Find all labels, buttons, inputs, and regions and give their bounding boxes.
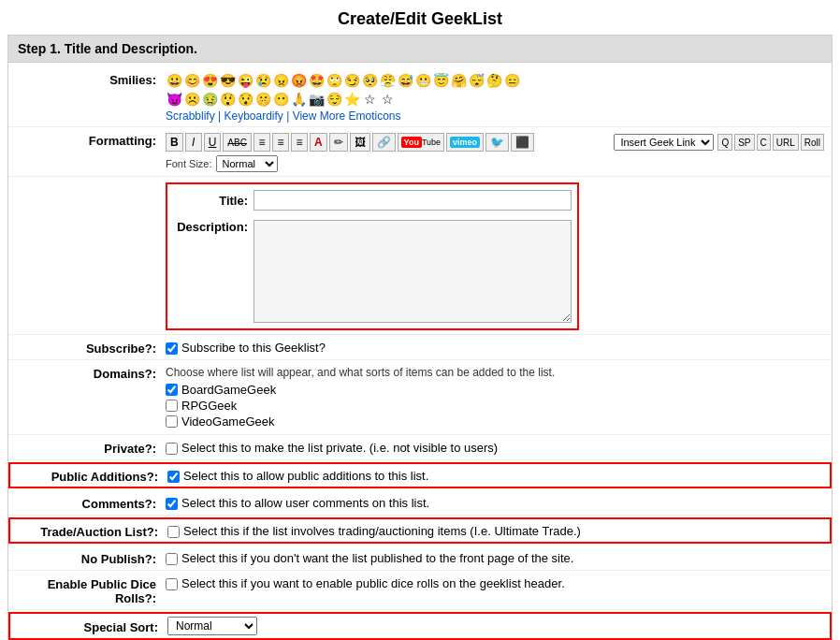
bold-button[interactable]: B: [166, 133, 183, 152]
align-left-button[interactable]: ≡: [253, 133, 270, 152]
formatting-label: Formatting:: [16, 131, 166, 148]
domain-videogamegeek-checkbox[interactable]: [166, 415, 178, 428]
quick-btn-sp[interactable]: SP: [734, 134, 754, 151]
comments-checkbox[interactable]: [166, 498, 178, 510]
comments-row: Comments?: Select this to allow user com…: [8, 490, 832, 516]
domain-boardgamegeek-checkbox[interactable]: [166, 384, 178, 396]
image-button[interactable]: 🖼: [350, 133, 370, 152]
title-description-spacer-label: [16, 181, 166, 183]
vimeo-button[interactable]: vimeo: [446, 133, 484, 152]
underline-button[interactable]: U: [204, 133, 222, 152]
quick-btn-roll[interactable]: Roll: [801, 134, 824, 151]
twitter-button[interactable]: 🐦: [485, 133, 509, 152]
private-checkbox[interactable]: [166, 443, 178, 455]
italic-button[interactable]: I: [185, 133, 202, 152]
smiley-12[interactable]: 🥺: [361, 72, 378, 89]
domains-row: Domains?: Choose where list will appear,…: [8, 360, 832, 435]
smiley-2[interactable]: 😊: [183, 72, 200, 89]
form-section: Smilies: 😀 😊 😍 😎 😜 😢 😠 😡 🤩 🙄 😏 🥺 😤: [8, 63, 832, 640]
smiley-23[interactable]: 🤢: [201, 91, 218, 108]
view-more-emoticons-link[interactable]: View More Emoticons: [293, 109, 401, 123]
smiley-16[interactable]: 😇: [432, 72, 449, 89]
strikethrough-button[interactable]: ABC: [223, 133, 252, 152]
smiley-28[interactable]: 🙏: [290, 91, 307, 108]
smiley-29[interactable]: 📷: [308, 91, 325, 108]
smiley-13[interactable]: 😤: [379, 72, 396, 89]
no-publish-checkbox-label[interactable]: Select this if you don't want the list p…: [166, 551, 824, 565]
smiley-26[interactable]: 🤫: [254, 91, 271, 108]
smiley-17[interactable]: 🤗: [450, 72, 467, 89]
smiley-25[interactable]: 😯: [237, 91, 253, 108]
smiley-6[interactable]: 😢: [254, 72, 271, 89]
enable-public-dice-text: Select this if you want to enable public…: [181, 576, 565, 590]
no-publish-checkbox[interactable]: [166, 553, 178, 565]
scrabblify-link[interactable]: Scrabblify: [166, 109, 215, 123]
enable-public-dice-checkbox[interactable]: [166, 578, 178, 590]
smiley-27[interactable]: 😶: [272, 91, 289, 108]
youtube-button[interactable]: YouTube: [398, 133, 445, 152]
smiley-33[interactable]: ☆: [379, 91, 396, 108]
domains-content: Choose where list will appear, and what …: [166, 364, 824, 430]
smiley-4[interactable]: 😎: [219, 72, 236, 89]
quick-btn-c[interactable]: C: [757, 134, 771, 151]
misc-button[interactable]: ⬛: [511, 133, 534, 152]
font-size-select[interactable]: Normal Small Large X-Large: [216, 155, 278, 172]
enable-public-dice-checkbox-label[interactable]: Select this if you want to enable public…: [166, 576, 824, 590]
public-additions-checkbox[interactable]: [167, 471, 180, 483]
trade-auction-checkbox[interactable]: [167, 526, 180, 538]
smiley-1[interactable]: 😀: [166, 72, 182, 89]
font-color-button[interactable]: A: [310, 133, 327, 152]
subscribe-content: Subscribe to this Geeklist?: [166, 339, 824, 355]
smiley-3[interactable]: 😍: [201, 72, 218, 89]
subscribe-text: Subscribe to this Geeklist?: [181, 341, 326, 355]
comments-content: Select this to allow user comments on th…: [166, 494, 824, 510]
title-input[interactable]: [253, 190, 572, 211]
insert-geek-link-select[interactable]: Insert Geek Link: [614, 134, 714, 151]
subscribe-checkbox[interactable]: [166, 342, 178, 355]
smiley-32[interactable]: ☆: [361, 91, 378, 108]
domains-info: Choose where list will appear, and what …: [166, 366, 824, 379]
subscribe-checkbox-label[interactable]: Subscribe to this Geeklist?: [166, 341, 824, 355]
no-publish-text: Select this if you don't want the list p…: [181, 551, 573, 565]
private-checkbox-label[interactable]: Select this to make the list private. (i…: [166, 441, 824, 455]
public-additions-row: Public Additions?: Select this to allow …: [8, 462, 832, 488]
smiley-18[interactable]: 😴: [468, 72, 485, 89]
link-button[interactable]: 🔗: [372, 133, 396, 152]
smiley-30[interactable]: 😌: [326, 91, 342, 108]
description-textarea[interactable]: [253, 220, 572, 323]
smilies-line1: 😀 😊 😍 😎 😜 😢 😠 😡 🤩 🙄 😏 🥺 😤 😅 😬 😇: [166, 72, 824, 89]
smiley-9[interactable]: 🤩: [308, 72, 325, 89]
smiley-7[interactable]: 😠: [272, 72, 289, 89]
quick-btn-url[interactable]: URL: [773, 134, 799, 151]
quick-btn-q[interactable]: Q: [717, 134, 732, 151]
smiley-8[interactable]: 😡: [290, 72, 307, 89]
title-inner-label: Title:: [173, 194, 248, 208]
private-label: Private?:: [16, 439, 166, 456]
insert-geek-link-group: Insert Geek Link Q SP C URL Roll: [614, 134, 824, 151]
domain-rpggeek-checkbox[interactable]: [166, 400, 178, 412]
title-description-content: Title: Description:: [166, 181, 824, 330]
smiley-24[interactable]: 😲: [219, 91, 236, 108]
smiley-10[interactable]: 🙄: [326, 72, 342, 89]
description-inner-label: Description:: [173, 216, 248, 234]
public-additions-checkbox-label[interactable]: Select this to allow public additions to…: [167, 469, 822, 483]
smiley-21[interactable]: 😈: [166, 91, 182, 108]
special-sort-row: Special Sort: Normal Alphabetical Random: [8, 612, 832, 640]
trade-auction-text: Select this if the list involves trading…: [183, 524, 581, 538]
highlight-button[interactable]: ✏: [329, 133, 348, 152]
trade-auction-checkbox-label[interactable]: Select this if the list involves trading…: [167, 524, 822, 538]
smiley-5[interactable]: 😜: [237, 72, 253, 89]
smilies-content: 😀 😊 😍 😎 😜 😢 😠 😡 🤩 🙄 😏 🥺 😤 😅 😬 😇: [166, 70, 824, 123]
smiley-15[interactable]: 😬: [414, 72, 431, 89]
smiley-19[interactable]: 🤔: [485, 72, 502, 89]
keyboardify-link[interactable]: Keyboardify: [224, 109, 282, 123]
special-sort-select[interactable]: Normal Alphabetical Random: [167, 617, 257, 635]
smiley-14[interactable]: 😅: [397, 72, 413, 89]
smiley-11[interactable]: 😏: [343, 72, 360, 89]
smiley-20[interactable]: 😑: [503, 72, 520, 89]
comments-checkbox-label[interactable]: Select this to allow user comments on th…: [166, 496, 824, 510]
align-right-button[interactable]: ≡: [291, 133, 308, 152]
smiley-22[interactable]: ☹️: [183, 91, 200, 108]
smiley-31[interactable]: ⭐: [343, 91, 360, 108]
align-center-button[interactable]: ≡: [272, 133, 289, 152]
